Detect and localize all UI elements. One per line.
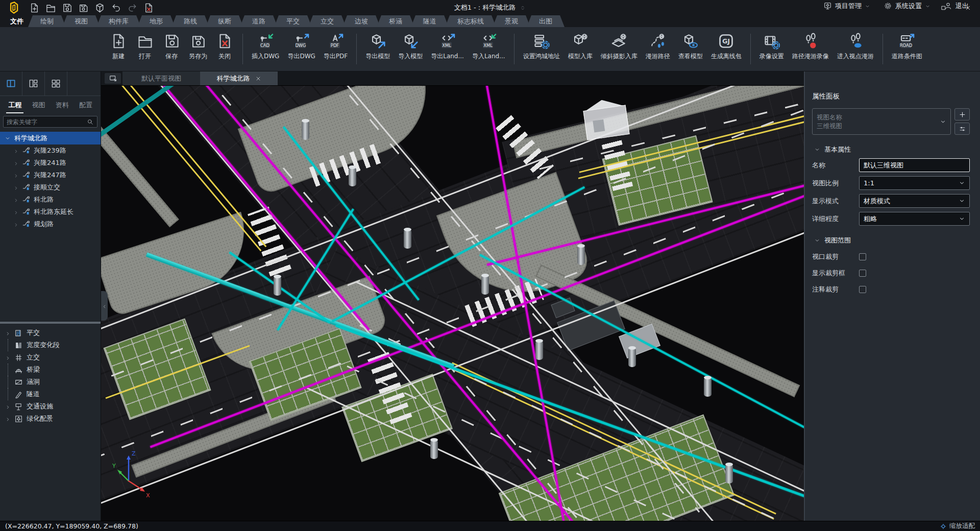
tree-node-road[interactable]: 兴隆239路 [0, 144, 101, 157]
toolbar-button[interactable] [750, 34, 751, 64]
close-doc-icon[interactable] [143, 2, 155, 14]
toolbar-button[interactable]: CAD 插入DWG [248, 27, 283, 71]
ribbon-tab[interactable]: 绘制 [28, 15, 66, 27]
toolbar-button[interactable]: 设置鸿城地址 [519, 27, 564, 71]
zoom-fit-button[interactable]: 缩放适配 [940, 522, 975, 530]
toolbar-button[interactable]: 进入视点漫游 [833, 27, 878, 71]
section-basic-properties[interactable]: 基本属性 [814, 145, 970, 154]
undo-icon[interactable] [110, 2, 122, 14]
toolbar-button[interactable]: DWG 导出DWG [283, 27, 319, 71]
layout-button[interactable] [0, 71, 22, 95]
category-item[interactable]: 隧道 [0, 388, 101, 400]
browser-tab[interactable]: 视图 [31, 97, 46, 113]
toolbar-button[interactable]: 模型入库 [564, 27, 597, 71]
add-view-button[interactable] [954, 108, 970, 120]
checkbox[interactable] [859, 270, 866, 277]
open-folder-icon[interactable] [45, 2, 57, 14]
ribbon-tab[interactable]: 隧道 [411, 15, 449, 27]
category-item[interactable]: 平交 [0, 327, 101, 339]
layout-button[interactable] [22, 71, 45, 95]
search-input[interactable] [7, 118, 86, 126]
toolbar-button[interactable]: 录像设置 [755, 27, 788, 71]
title-updown-icon[interactable] [519, 5, 526, 11]
category-item[interactable]: 立交 [0, 351, 101, 364]
toolbar-button[interactable]: 导入模型 [394, 27, 427, 71]
ribbon-tab[interactable]: 边坡 [342, 15, 380, 27]
layout-button[interactable] [45, 71, 67, 95]
category-item[interactable]: 涵洞 [0, 376, 101, 388]
toolbar-button[interactable]: 保存 [158, 27, 185, 71]
top-right-menu-item[interactable]: 系统设置 [879, 2, 935, 11]
top-right-menu-item[interactable]: 项目管理 [819, 2, 874, 11]
close-tab-icon[interactable] [255, 76, 261, 82]
toolbar-button[interactable]: 另存为 [185, 27, 211, 71]
detail-level-select[interactable]: 粗略 [859, 212, 970, 226]
toolbar-button[interactable] [883, 34, 883, 64]
top-right-menu-item[interactable]: 退出 [940, 2, 973, 11]
block-icon[interactable] [94, 2, 106, 14]
category-item[interactable]: 交通设施 [0, 400, 101, 413]
view-scale-select[interactable]: 1:1 [859, 176, 970, 190]
browser-tab[interactable]: 配置 [78, 97, 93, 113]
toolbar-button[interactable] [356, 34, 357, 64]
toolbar-button[interactable]: 倾斜摄影入库 [597, 27, 642, 71]
search-icon[interactable] [86, 118, 94, 126]
category-item[interactable]: 绿化配景 [0, 413, 101, 425]
tree-node-root[interactable]: 科学城北路 [0, 132, 101, 144]
category-item[interactable]: 宽度变化段 [0, 339, 101, 351]
ribbon-tab[interactable]: 构件库 [96, 15, 141, 27]
save-icon[interactable] [61, 2, 73, 14]
ribbon-tab[interactable]: 桥涵 [377, 15, 414, 27]
viewport-tab-3d[interactable]: 科学城北路 [200, 71, 278, 85]
toolbar-button[interactable]: XML 导出Land... [427, 27, 468, 71]
tree-node-road[interactable]: 接顺立交 [0, 181, 101, 194]
ribbon-tab[interactable]: 视图 [62, 15, 100, 27]
toolbar-button[interactable]: GJ 生成离线包 [707, 27, 746, 71]
toolbar-button[interactable]: 关闭 [211, 27, 238, 71]
ribbon-tab[interactable]: 标志标线 [445, 15, 496, 27]
view-name-selector[interactable]: 视图名称 三维视图 [812, 108, 951, 135]
tree-node-road[interactable]: 兴隆247路 [0, 169, 101, 181]
toolbar-button[interactable]: 新建 [105, 27, 132, 71]
viewport-tab-plan[interactable]: 默认平面视图 [122, 71, 200, 85]
ribbon-tab[interactable]: 文件 [4, 15, 32, 27]
tree-node-road[interactable]: 科北路东延长 [0, 206, 101, 218]
toolbar-button[interactable]: 导出模型 [361, 27, 394, 71]
toolbar-button[interactable] [242, 34, 243, 64]
new-viewport-button[interactable] [105, 73, 121, 84]
toolbar-button[interactable]: ROAD 道路条件图 [888, 27, 926, 71]
checkbox[interactable] [859, 253, 866, 260]
tree-node-road[interactable]: 规划路 [0, 218, 101, 230]
ribbon-tab[interactable]: 纵断 [206, 15, 243, 27]
ribbon-tab[interactable]: 道路 [240, 15, 278, 27]
section-view-range[interactable]: 视图范围 [814, 236, 970, 245]
toolbar-button[interactable]: PDF 导出PDF [320, 27, 352, 71]
svg-text:DWG: DWG [295, 43, 306, 48]
category-item[interactable]: 桥梁 [0, 364, 101, 376]
ribbon-tab[interactable]: 路线 [172, 15, 209, 27]
toolbar-button[interactable] [514, 34, 514, 64]
ribbon-tab[interactable]: 景观 [493, 15, 530, 27]
tree-node-road[interactable]: 兴隆241路 [0, 157, 101, 169]
browser-tab[interactable]: 工程 [7, 97, 22, 113]
ribbon-tab[interactable]: 地形 [137, 15, 175, 27]
redo-icon[interactable] [127, 2, 138, 14]
display-mode-select[interactable]: 材质模式 [859, 194, 970, 208]
save-as-icon[interactable] [78, 2, 89, 14]
checkbox[interactable] [859, 286, 866, 293]
toolbar-button[interactable]: 路径漫游录像 [788, 27, 833, 71]
toolbar-button[interactable]: 漫游路径 [642, 27, 674, 71]
new-file-icon[interactable] [29, 2, 40, 14]
toolbar-button[interactable]: XML 导入Land... [468, 27, 509, 71]
toolbar-button[interactable]: 查看模型 [674, 27, 707, 71]
tree-node-road[interactable]: 科北路 [0, 194, 101, 206]
manage-views-button[interactable] [954, 123, 970, 135]
view-name-input[interactable]: 默认三维视图 [859, 158, 970, 172]
collapse-panel-handle[interactable] [101, 291, 108, 321]
viewport-3d-canvas[interactable]: Z Y X [101, 86, 804, 521]
ribbon-tab[interactable]: 立交 [308, 15, 346, 27]
browser-tab[interactable]: 资料 [55, 97, 70, 113]
ribbon-tab[interactable]: 平交 [274, 15, 312, 27]
ribbon-tab[interactable]: 出图 [527, 15, 565, 27]
toolbar-button[interactable]: 打开 [132, 27, 158, 71]
